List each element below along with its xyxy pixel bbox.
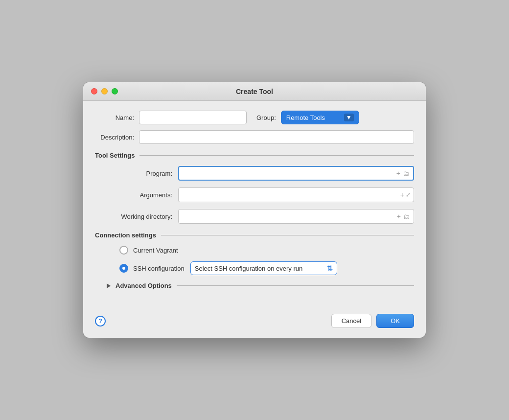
advanced-options-row: Advanced Options — [107, 282, 414, 289]
connection-settings-title: Connection settings — [95, 232, 156, 239]
vagrant-radio-row: Current Vagrant — [95, 246, 414, 255]
program-add-icon[interactable]: + — [395, 169, 402, 177]
workdir-label: Working directory: — [115, 213, 178, 220]
program-input[interactable]: date — [182, 167, 395, 180]
settings-rows: Program: date + 🗂 Arguments: + ⤢ Working… — [95, 166, 414, 224]
ssh-radio-button[interactable] — [119, 264, 128, 273]
dialog-title: Create Tool — [236, 88, 273, 95]
desc-input[interactable]: Show the date and time on the remote ser… — [139, 130, 414, 144]
name-group-row: Name: Date and time Group: Remote Tools … — [95, 111, 414, 124]
group-label: Group: — [256, 114, 276, 121]
traffic-lights — [91, 88, 118, 94]
group-chevron-icon: ▼ — [344, 114, 354, 121]
arguments-expand-icon[interactable]: ⤢ — [406, 191, 411, 198]
ssh-radio-label: SSH configuration — [133, 265, 185, 272]
name-input[interactable]: Date and time — [139, 111, 247, 124]
ssh-select-text: Select SSH configuration on every run — [195, 265, 324, 272]
arguments-input-wrapper: + ⤢ — [178, 187, 414, 202]
vagrant-radio-button[interactable] — [119, 246, 128, 255]
desc-label: Description: — [95, 134, 139, 141]
workdir-row: Working directory: + 🗂 — [115, 209, 414, 224]
arguments-input[interactable] — [182, 188, 399, 202]
maximize-button[interactable] — [112, 88, 118, 94]
advanced-divider — [177, 285, 414, 286]
advanced-label: Advanced Options — [116, 282, 172, 289]
program-folder-icon[interactable]: 🗂 — [402, 170, 410, 177]
workdir-input-wrapper: + 🗂 — [178, 209, 414, 224]
cancel-button[interactable]: Cancel — [331, 314, 371, 328]
ssh-select[interactable]: Select SSH configuration on every run ⇅ — [190, 261, 337, 275]
arguments-add-icon[interactable]: + — [399, 191, 406, 199]
ssh-radio-row: SSH configuration Select SSH configurati… — [95, 261, 414, 275]
program-row: Program: date + 🗂 — [115, 166, 414, 181]
arguments-label: Arguments: — [115, 191, 178, 199]
program-label: Program: — [115, 170, 178, 177]
ok-button[interactable]: OK — [376, 314, 414, 328]
connection-settings-header: Connection settings — [95, 232, 414, 239]
connection-settings-divider — [161, 235, 414, 235]
workdir-add-icon[interactable]: + — [395, 212, 402, 220]
titlebar: Create Tool — [83, 82, 426, 101]
vagrant-radio-label: Current Vagrant — [133, 247, 178, 254]
help-button[interactable]: ? — [95, 316, 106, 327]
dialog-window: Create Tool Name: Date and time Group: R… — [83, 82, 426, 338]
action-buttons: Cancel OK — [331, 314, 414, 328]
name-label: Name: — [95, 114, 139, 121]
tool-settings-header: Tool Settings — [95, 152, 414, 159]
program-input-wrapper: date + 🗂 — [178, 166, 414, 181]
tool-settings-divider — [139, 155, 414, 156]
ssh-chevron-icon: ⇅ — [327, 265, 333, 272]
advanced-triangle-icon[interactable] — [107, 283, 111, 288]
workdir-folder-icon[interactable]: 🗂 — [402, 213, 411, 220]
description-row: Description: Show the date and time on t… — [95, 130, 414, 144]
close-button[interactable] — [91, 88, 97, 94]
arguments-row: Arguments: + ⤢ — [115, 187, 414, 202]
dialog-content: Name: Date and time Group: Remote Tools … — [83, 101, 426, 307]
group-select[interactable]: Remote Tools ▼ — [281, 111, 359, 124]
bottom-bar: ? Cancel OK — [83, 307, 426, 338]
group-select-text: Remote Tools — [286, 114, 340, 121]
tool-settings-title: Tool Settings — [95, 152, 135, 159]
minimize-button[interactable] — [101, 88, 108, 94]
workdir-input[interactable] — [182, 210, 395, 223]
